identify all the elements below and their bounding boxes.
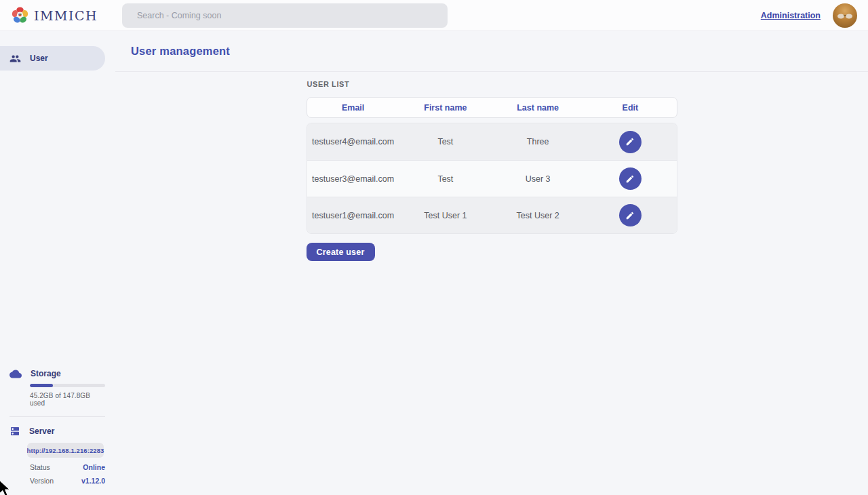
server-status-row: Status Online	[30, 463, 105, 471]
cell-last-name: Three	[492, 137, 584, 146]
create-user-button[interactable]: Create user	[307, 243, 375, 261]
brand-wordmark: IMMICH	[34, 8, 98, 23]
column-header-email: Email	[307, 103, 399, 113]
version-label: Version	[30, 477, 54, 485]
user-avatar[interactable]	[833, 3, 857, 28]
table-row: testuser3@email.com Test User 3	[307, 160, 677, 197]
administration-link[interactable]: Administration	[761, 11, 821, 20]
main-content: User management USER LIST Email First na…	[115, 31, 868, 495]
column-header-first-name: First name	[399, 103, 492, 113]
status-label: Status	[30, 463, 50, 471]
cell-first-name: Test User 1	[399, 211, 492, 220]
server-url-badge: http://192.168.1.216:2283	[27, 443, 104, 458]
user-list-section: USER LIST Email First name Last name Edi…	[307, 72, 677, 261]
cell-first-name: Test	[399, 174, 492, 184]
cell-email: testuser1@email.com	[307, 211, 399, 220]
sidebar: User Storage 45.2GB of 147.8GB used	[0, 31, 115, 495]
edit-user-button[interactable]	[619, 204, 642, 226]
page-title: User management	[131, 45, 230, 58]
mouse-cursor	[0, 479, 12, 495]
storage-progress-fill	[30, 384, 53, 387]
top-bar: IMMICH Administration	[0, 0, 868, 31]
status-panel: Storage 45.2GB of 147.8GB used Server ht…	[9, 369, 105, 485]
cell-first-name: Test	[399, 137, 492, 146]
edit-user-button[interactable]	[619, 167, 642, 190]
column-header-edit: Edit	[584, 103, 676, 113]
server-version-row: Version v1.12.0	[30, 477, 105, 485]
search-bar[interactable]	[122, 3, 448, 28]
version-value: v1.12.0	[81, 477, 105, 485]
cell-email: testuser3@email.com	[307, 174, 399, 184]
user-list-label: USER LIST	[307, 80, 677, 88]
people-icon	[9, 53, 21, 64]
table-row: testuser4@email.com Test Three	[307, 123, 677, 160]
server-title: Server	[29, 427, 54, 436]
top-bar-right: Administration	[761, 3, 868, 28]
column-header-last-name: Last name	[492, 103, 584, 113]
brand[interactable]: IMMICH	[0, 6, 122, 24]
search-input[interactable]	[122, 3, 448, 28]
sidebar-item-user-label: User	[30, 54, 48, 63]
edit-user-button[interactable]	[619, 131, 642, 153]
pencil-icon	[625, 174, 635, 184]
user-table-body: testuser4@email.com Test Three	[307, 123, 677, 234]
storage-progress-bar	[30, 384, 105, 387]
immich-admin-app: IMMICH Administration User	[0, 0, 868, 495]
cell-last-name: Test User 2	[492, 211, 584, 220]
sidebar-item-user[interactable]: User	[0, 46, 105, 71]
storage-section-header: Storage	[9, 369, 105, 378]
pencil-icon	[625, 137, 635, 146]
status-value: Online	[83, 463, 105, 471]
storage-title: Storage	[31, 369, 61, 378]
server-dns-icon	[9, 426, 20, 437]
panel-divider	[9, 416, 105, 417]
cell-email: testuser4@email.com	[307, 137, 399, 146]
storage-usage-text: 45.2GB of 147.8GB used	[30, 392, 105, 407]
table-row: testuser1@email.com Test User 1 Test Use…	[307, 197, 677, 233]
immich-flower-logo-icon	[11, 6, 29, 24]
server-section-header: Server	[9, 426, 105, 437]
cloud-icon	[9, 370, 22, 378]
table-header-row: Email First name Last name Edit	[307, 97, 677, 118]
pencil-icon	[625, 211, 635, 220]
cell-last-name: User 3	[492, 174, 584, 184]
page-header: User management	[115, 31, 868, 72]
avatar-glasses-detail	[836, 14, 854, 19]
